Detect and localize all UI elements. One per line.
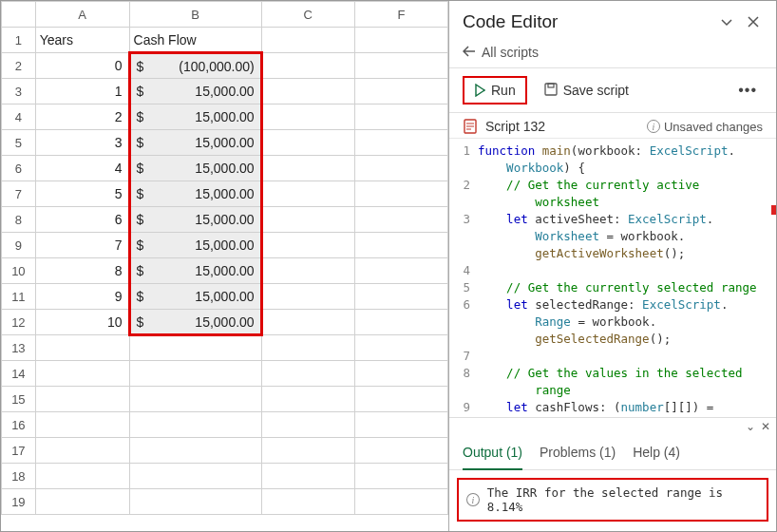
row-header[interactable]: 19 [2,489,36,515]
cell[interactable]: $15,000.00 [129,181,261,207]
row-header[interactable]: 8 [2,207,36,233]
cell[interactable] [261,156,354,181]
cell[interactable] [354,258,447,284]
cell[interactable]: 8 [35,258,129,284]
row-header[interactable]: 13 [2,335,36,361]
cell[interactable] [261,207,354,233]
cell[interactable] [354,181,447,207]
cell[interactable]: 10 [35,310,129,335]
cell[interactable] [35,361,129,387]
cell[interactable] [354,489,447,515]
row-header[interactable]: 7 [2,181,36,207]
cell[interactable] [35,387,129,412]
cell[interactable]: $15,000.00 [129,79,261,104]
row-header[interactable]: 5 [2,130,36,156]
cell[interactable] [354,310,447,335]
tab-problems[interactable]: Problems (1) [540,437,616,469]
cell[interactable] [354,130,447,156]
cell[interactable] [261,79,354,104]
cell[interactable] [261,284,354,310]
grid[interactable]: A B C F 1 Years Cash Flow 2 0 $(100,000.… [1,1,448,515]
cell[interactable] [129,438,261,464]
cell[interactable] [129,412,261,438]
cell[interactable]: $15,000.00 [129,284,261,310]
cell[interactable] [261,53,354,79]
close-icon[interactable] [742,10,765,33]
cell[interactable] [35,412,129,438]
cell[interactable]: $15,000.00 [129,258,261,284]
row-header[interactable]: 4 [2,104,36,130]
cell[interactable] [261,310,354,335]
cell[interactable] [261,412,354,438]
row-header[interactable]: 1 [2,28,36,53]
row-header[interactable]: 2 [2,53,36,79]
cell[interactable] [354,438,447,464]
row-header[interactable]: 15 [2,387,36,412]
select-all-corner[interactable] [2,2,36,28]
cell[interactable] [261,258,354,284]
col-header-a[interactable]: A [35,2,129,28]
row-header[interactable]: 3 [2,79,36,104]
cell[interactable] [354,207,447,233]
row-header[interactable]: 9 [2,233,36,258]
cell[interactable]: 3 [35,130,129,156]
code-text-area[interactable]: 1 2 3 4 5 6 7 8 9 10 11 function main(wo… [449,138,776,417]
row-header[interactable]: 18 [2,464,36,489]
col-header-f[interactable]: F [354,2,447,28]
cell[interactable]: $(100,000.00) [129,53,261,79]
cell[interactable] [261,387,354,412]
row-header[interactable]: 10 [2,258,36,284]
cell[interactable] [354,335,447,361]
cell[interactable]: $15,000.00 [129,310,261,335]
col-header-b[interactable]: B [129,2,261,28]
cell[interactable]: $15,000.00 [129,104,261,130]
col-header-c[interactable]: C [261,2,354,28]
collapse-icon[interactable] [715,10,738,33]
cell[interactable]: 5 [35,181,129,207]
cell[interactable] [35,438,129,464]
cell[interactable]: Years [35,28,129,53]
row-header[interactable]: 11 [2,284,36,310]
tab-help[interactable]: Help (4) [633,437,680,469]
cell[interactable] [129,335,261,361]
cell[interactable]: 9 [35,284,129,310]
all-scripts-link[interactable]: All scripts [463,45,539,60]
cell[interactable] [354,79,447,104]
run-button[interactable]: Run [463,76,527,104]
cell[interactable] [354,28,447,53]
cell[interactable]: 2 [35,104,129,130]
cell[interactable]: 6 [35,207,129,233]
cell[interactable] [261,438,354,464]
script-name[interactable]: Script 132 [485,119,545,134]
row-header[interactable]: 17 [2,438,36,464]
cell[interactable] [354,387,447,412]
row-header[interactable]: 12 [2,310,36,335]
cell[interactable]: $15,000.00 [129,233,261,258]
row-header[interactable]: 6 [2,156,36,181]
cell[interactable]: 1 [35,79,129,104]
cell[interactable] [261,233,354,258]
row-header[interactable]: 14 [2,361,36,387]
cell[interactable]: 7 [35,233,129,258]
cell[interactable]: $15,000.00 [129,156,261,181]
cell[interactable] [354,104,447,130]
cell[interactable] [261,181,354,207]
cell[interactable] [261,335,354,361]
cell[interactable]: $15,000.00 [129,207,261,233]
cell[interactable] [261,104,354,130]
save-script-button[interactable]: Save script [535,78,638,104]
cell[interactable] [129,387,261,412]
cell[interactable] [129,464,261,489]
output-close-icon[interactable]: ✕ [761,420,770,433]
cell[interactable] [354,412,447,438]
cell[interactable] [261,130,354,156]
cell[interactable] [35,335,129,361]
cell[interactable] [129,361,261,387]
cell[interactable] [354,361,447,387]
cell[interactable] [354,284,447,310]
row-header[interactable]: 16 [2,412,36,438]
cell[interactable] [129,489,261,515]
cell[interactable] [261,28,354,53]
output-chevron-icon[interactable]: ⌄ [746,420,755,433]
cell[interactable] [35,489,129,515]
